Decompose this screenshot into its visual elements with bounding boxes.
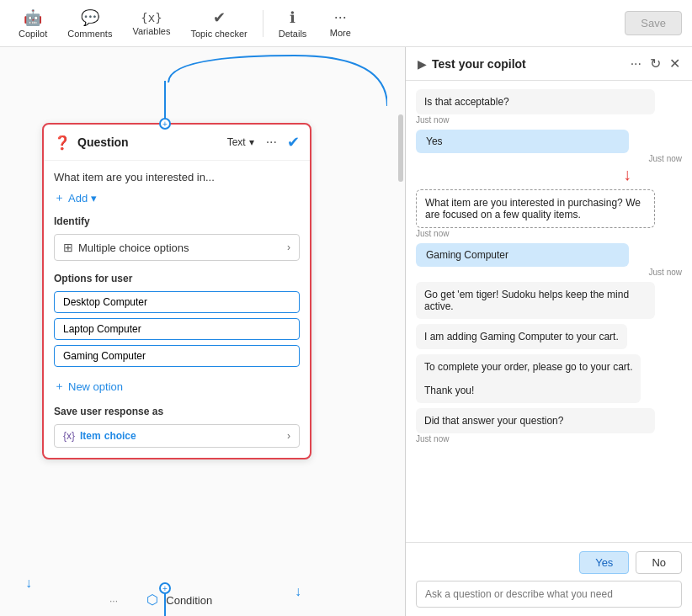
copilot-icon: 🤖	[24, 8, 42, 27]
msg-right-yes: Yes	[416, 130, 629, 153]
toolbar-variables[interactable]: {x} Variables	[124, 8, 178, 40]
option-row-0	[54, 291, 300, 313]
msg-right-gaming: Gaming Computer	[416, 243, 629, 267]
add-label: Add	[68, 192, 88, 204]
card-header: ❓ Question Text ▾ ··· ✔	[44, 125, 310, 161]
save-response-label: Save user response as	[54, 406, 300, 417]
identify-row[interactable]: ⊞ Multiple choice options ›	[54, 234, 300, 261]
canvas-area: + ❓ Question Text ▾ ··· ✔ What item are …	[0, 47, 406, 616]
card-check-icon: ✔	[287, 133, 300, 151]
toolbar-copilot[interactable]: 🤖 Copilot	[10, 5, 56, 42]
main-area: + ❓ Question Text ▾ ··· ✔ What item are …	[0, 47, 692, 616]
var-icon: {x}	[63, 430, 75, 442]
msg-left-0: Is that acceptable?	[416, 89, 655, 114]
var-choice: choice	[104, 430, 287, 442]
yes-no-row: Yes No	[416, 551, 682, 574]
details-icon: ℹ	[290, 8, 295, 27]
msg-gaming-response: Gaming Computer Just now	[416, 243, 682, 277]
add-node-bottom[interactable]: +	[159, 582, 171, 594]
variables-icon: {x}	[141, 11, 162, 24]
no-button[interactable]: No	[636, 551, 682, 574]
chat-area: Is that acceptable? Just now Yes Just no…	[406, 81, 692, 542]
identify-arrow-icon: ›	[287, 242, 290, 253]
canvas-scrollbar[interactable]	[398, 114, 403, 182]
toolbar-topic-checker[interactable]: ✔ Topic checker	[182, 5, 255, 42]
toolbar: 🤖 Copilot 💬 Comments {x} Variables ✔ Top…	[0, 0, 692, 47]
add-node-top[interactable]: +	[159, 118, 171, 130]
red-arrow-indicator: ↓	[623, 165, 631, 184]
yes-button[interactable]: Yes	[579, 551, 629, 574]
var-item: Item	[80, 430, 101, 442]
identify-icon: ⊞	[63, 241, 73, 254]
add-button[interactable]: ＋ Add ▾	[54, 190, 97, 205]
more-icon: ···	[334, 8, 347, 26]
down-arrow-icon: ↓	[25, 576, 32, 591]
add-chevron-icon: ▾	[91, 192, 97, 204]
topic-checker-icon: ✔	[213, 8, 226, 27]
options-label: Options for user	[54, 273, 300, 284]
test-panel-more-icon[interactable]: ···	[631, 56, 641, 72]
msg-yes-response: Yes Just now	[416, 130, 682, 163]
question-card: ❓ Question Text ▾ ··· ✔ What item are yo…	[42, 123, 311, 459]
msg-is-acceptable: Is that acceptable? Just now	[416, 89, 682, 125]
option-row-1	[54, 318, 300, 340]
option-input-0[interactable]	[54, 291, 300, 313]
msg-did-answer: Did that answer your question? Just now	[416, 408, 682, 443]
toolbar-details[interactable]: ℹ Details	[270, 5, 316, 42]
test-panel: ▶ Test your copilot ··· ↻ ✕ Is that acce…	[406, 47, 692, 616]
identify-label: Identify	[54, 215, 300, 227]
plus-icon: ＋	[54, 190, 65, 205]
msg-complete: To complete your order, please go to you…	[416, 354, 641, 403]
msg-dashed-question: What item are you interested in purchasi…	[416, 189, 682, 238]
save-response-row[interactable]: {x} Item choice ›	[54, 424, 300, 448]
save-response-arrow-icon: ›	[287, 430, 290, 442]
card-title: Question	[77, 135, 216, 149]
test-panel-title: Test your copilot	[432, 57, 625, 71]
save-button[interactable]: Save	[625, 11, 682, 35]
question-icon: ❓	[54, 135, 71, 151]
comments-icon: 💬	[81, 8, 99, 27]
question-text: What item are you interested in...	[54, 171, 300, 183]
msg-sudoku: Go get 'em tiger! Sudoku helps keep the …	[416, 282, 655, 319]
identify-option: Multiple choice options	[78, 242, 287, 254]
new-option-label: New option	[68, 380, 123, 393]
new-option-button[interactable]: ＋ New option	[54, 379, 123, 394]
option-input-1[interactable]	[54, 318, 300, 340]
option-row-2	[54, 345, 300, 367]
new-option-plus-icon: ＋	[54, 379, 65, 394]
condition-label: ··· ⬡ Condition	[109, 592, 212, 608]
msg-dashed-0: What item are you interested in purchasi…	[416, 189, 655, 228]
card-more-icon[interactable]: ···	[266, 135, 277, 150]
toolbar-comments[interactable]: 💬 Comments	[59, 5, 120, 42]
toolbar-more[interactable]: ··· More	[318, 5, 362, 41]
test-panel-refresh-icon[interactable]: ↻	[650, 56, 661, 72]
msg-adding: I am adding Gaming Computer to your cart…	[416, 324, 627, 349]
blue-arrow-icon: ↓	[295, 584, 301, 599]
card-body: What item are you interested in... ＋ Add…	[44, 161, 310, 458]
test-panel-close-icon[interactable]: ✕	[669, 56, 680, 72]
options-section: Options for user	[54, 273, 300, 367]
chat-input[interactable]	[416, 581, 682, 608]
test-panel-arrow-icon[interactable]: ▶	[418, 57, 427, 71]
card-type-label: Text	[227, 136, 246, 148]
toolbar-divider	[263, 10, 263, 37]
msg-left-did: Did that answer your question?	[416, 408, 655, 433]
option-input-2[interactable]	[54, 345, 300, 367]
card-type-button[interactable]: Text ▾	[222, 135, 259, 150]
chat-footer: Yes No	[406, 542, 692, 616]
chevron-down-icon: ▾	[249, 136, 254, 148]
test-panel-header: ▶ Test your copilot ··· ↻ ✕	[406, 47, 692, 81]
